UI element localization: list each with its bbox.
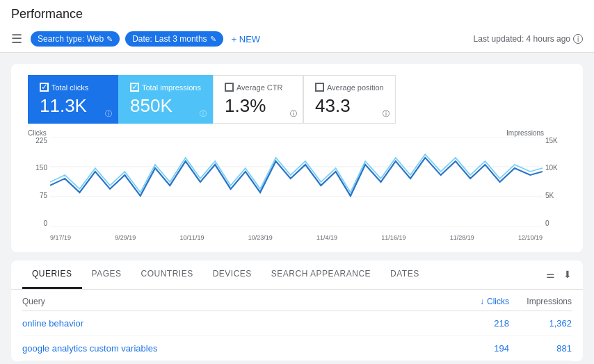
col-header-impressions: Impressions	[509, 297, 572, 306]
main-content: Total clicks 11.3K ⓘ Total impressions 8…	[0, 53, 594, 364]
checkbox-impressions	[130, 83, 139, 92]
filter-icon[interactable]: ☰	[11, 31, 22, 47]
last-updated: Last updated: 4 hours ago i	[474, 34, 583, 44]
metric-ctr-value: 1.3%	[225, 96, 291, 116]
metric-clicks-value: 11.3K	[40, 96, 106, 116]
metric-position-label: Average position	[327, 83, 384, 92]
table-section: Query ↓ Clicks Impressions online behavi…	[11, 290, 583, 361]
filter-action-icon[interactable]: ⚌	[546, 269, 555, 280]
metric-position-value: 43.3	[315, 96, 384, 116]
metric-clicks-label: Total clicks	[51, 83, 88, 92]
new-button-label: + NEW	[232, 34, 261, 44]
checkbox-ctr	[225, 83, 234, 92]
download-action-icon[interactable]: ⬇	[563, 269, 572, 280]
new-button[interactable]: + NEW	[232, 34, 261, 44]
chip-date-range-label: Date: Last 3 months	[132, 34, 207, 44]
metric-impressions-value: 850K	[130, 96, 201, 116]
query-text-2[interactable]: google analytics custom variables	[22, 343, 453, 354]
tabs-row: QUERIES PAGES COUNTRIES DEVICES SEARCH A…	[11, 260, 583, 290]
clicks-val-1: 218	[453, 318, 509, 329]
table-header-row: Query ↓ Clicks Impressions	[22, 290, 572, 311]
table-row: online behavior 218 1,362	[22, 311, 572, 336]
chart-y-left-axis: 225 150 75 0	[28, 137, 47, 227]
metric-impressions-info[interactable]: ⓘ	[200, 109, 207, 119]
pencil-icon: ✎	[106, 35, 113, 44]
chip-date-range[interactable]: Date: Last 3 months ✎	[125, 31, 223, 47]
toolbar: ☰ Search type: Web ✎ Date: Last 3 months…	[0, 26, 594, 53]
chart-y-right-label: Impressions	[506, 129, 544, 137]
impressions-val-2: 881	[509, 343, 572, 354]
metric-position-info[interactable]: ⓘ	[383, 109, 390, 119]
query-text-1[interactable]: online behavior	[22, 318, 453, 329]
sort-arrow-icon: ↓	[480, 297, 484, 306]
tab-actions: ⚌ ⬇	[546, 260, 572, 289]
metrics-row: Total clicks 11.3K ⓘ Total impressions 8…	[28, 75, 566, 124]
tab-queries[interactable]: QUERIES	[22, 260, 82, 289]
info-icon[interactable]: i	[573, 34, 583, 44]
col-header-clicks: ↓ Clicks	[453, 297, 509, 306]
checkbox-clicks	[40, 83, 49, 92]
impressions-val-1: 1,362	[509, 318, 572, 329]
checkbox-position	[315, 83, 324, 92]
chart-x-labels: 9/17/19 9/29/19 10/11/19 10/23/19 11/4/1…	[50, 234, 543, 241]
metric-impressions-label: Total impressions	[142, 83, 201, 92]
col-header-query: Query	[22, 297, 453, 306]
performance-card: Total clicks 11.3K ⓘ Total impressions 8…	[11, 64, 583, 252]
clicks-val-2: 194	[453, 343, 509, 354]
metric-total-clicks[interactable]: Total clicks 11.3K ⓘ	[28, 75, 118, 124]
page-title: Performance	[0, 0, 594, 26]
metric-clicks-info[interactable]: ⓘ	[105, 109, 112, 119]
chip-search-type[interactable]: Search type: Web ✎	[31, 31, 120, 47]
pencil-icon-2: ✎	[210, 35, 216, 44]
metric-ctr-label: Average CTR	[236, 83, 282, 92]
last-updated-text: Last updated: 4 hours ago	[474, 34, 570, 44]
chart-section: Clicks Impressions 225 150 75 0 15K 10K …	[11, 124, 583, 252]
metric-ctr-info[interactable]: ⓘ	[290, 109, 297, 119]
chip-search-type-label: Search type: Web	[38, 34, 104, 44]
metric-avg-ctr[interactable]: Average CTR 1.3% ⓘ	[213, 75, 303, 124]
tab-pages[interactable]: PAGES	[82, 260, 131, 289]
metric-avg-position[interactable]: Average position 43.3 ⓘ	[303, 75, 396, 124]
tab-countries[interactable]: COUNTRIES	[131, 260, 202, 289]
chart-container: 225 150 75 0 15K 10K 5K 0	[28, 137, 566, 241]
metrics-section: Total clicks 11.3K ⓘ Total impressions 8…	[11, 64, 583, 124]
tab-dates[interactable]: DATES	[380, 260, 429, 289]
chart-y-right-axis: 15K 10K 5K 0	[545, 137, 566, 227]
tab-search-appearance[interactable]: SEARCH APPEARANCE	[262, 260, 380, 289]
tabs-card: QUERIES PAGES COUNTRIES DEVICES SEARCH A…	[11, 260, 583, 361]
metric-total-impressions[interactable]: Total impressions 850K ⓘ	[118, 75, 213, 124]
page-wrapper: Performance ☰ Search type: Web ✎ Date: L…	[0, 0, 594, 364]
table-row: google analytics custom variables 194 88…	[22, 336, 572, 361]
chart-svg	[50, 137, 543, 227]
chart-y-left-label: Clicks	[28, 129, 47, 137]
tab-devices[interactable]: DEVICES	[203, 260, 262, 289]
